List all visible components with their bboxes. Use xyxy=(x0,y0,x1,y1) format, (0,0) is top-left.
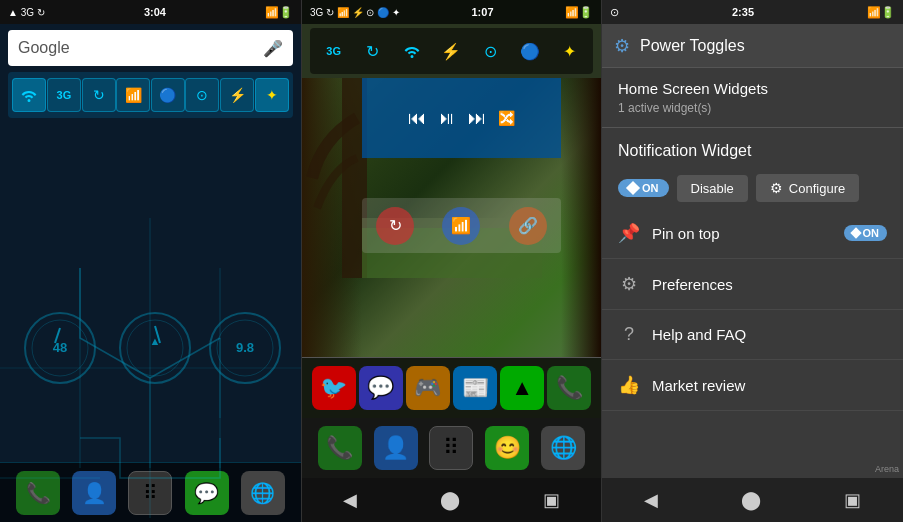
toggle2-3g[interactable]: 3G xyxy=(317,34,351,68)
widget-toggles-row-2: 3G ↻ ⚡ ⊙ 🔵 ✦ xyxy=(310,28,593,74)
help-faq-row[interactable]: ? Help and FAQ xyxy=(602,310,903,360)
power-toggles-gear-icon: ⚙ xyxy=(614,35,630,57)
toggle-widget-sync[interactable]: ↻ xyxy=(376,207,414,245)
help-icon: ? xyxy=(618,324,640,345)
dock2-contacts[interactable]: 👤 xyxy=(374,426,418,470)
photo-background: ⏮ ⏯ ⏭ 🔀 ↻ 📶 🔗 xyxy=(302,78,601,357)
help-faq-label: Help and FAQ xyxy=(652,326,746,343)
nav-home-3[interactable]: ⬤ xyxy=(741,489,761,511)
status-left-2: 3G ↻ 📶 ⚡ ⊙ 🔵 ✦ xyxy=(310,7,400,18)
nav-bar-3: ◀ ⬤ ▣ xyxy=(602,478,903,522)
google-search-bar[interactable]: Google 🎤 xyxy=(8,30,293,66)
dock-messages[interactable]: 💬 xyxy=(185,471,229,515)
preferences-row[interactable]: ⚙ Preferences xyxy=(602,259,903,310)
pin-on-top-label: Pin on top xyxy=(652,225,720,242)
time-2: 1:07 xyxy=(471,6,493,18)
widget-toggles-row-1: 3G ↻ 📶 🔵 ⊙ ⚡ ✦ xyxy=(8,72,293,118)
toggle-widget-bt[interactable]: 🔗 xyxy=(509,207,547,245)
pin-on-top-row[interactable]: 📌 Pin on top ON xyxy=(602,208,903,259)
app-sms[interactable]: 💬 xyxy=(359,366,403,410)
dock-phone[interactable]: 📞 xyxy=(16,471,60,515)
toggle-3g[interactable]: 3G xyxy=(47,78,81,112)
dock-2: 📞 👤 ⠿ 😊 🌐 xyxy=(302,418,601,478)
toggle2-wifi[interactable] xyxy=(395,34,429,68)
media-player-widget[interactable]: ⏮ ⏯ ⏭ 🔀 xyxy=(362,78,561,158)
dock2-apps[interactable]: ⠿ xyxy=(429,426,473,470)
app-angry-birds[interactable]: 🐦 xyxy=(312,366,356,410)
dock2-phone[interactable]: 📞 xyxy=(318,426,362,470)
mic-icon[interactable]: 🎤 xyxy=(263,39,283,58)
time-3: 2:35 xyxy=(732,6,754,18)
settings-content: Home Screen Widgets 1 active widget(s) N… xyxy=(602,68,903,478)
app-news[interactable]: 📰 xyxy=(453,366,497,410)
nav-back-3[interactable]: ◀ xyxy=(644,489,658,511)
preferences-label: Preferences xyxy=(652,276,733,293)
toggle-diamond xyxy=(626,181,640,195)
toggle-signal[interactable]: 📶 xyxy=(116,78,150,112)
status-bar-2: 3G ↻ 📶 ⚡ ⊙ 🔵 ✦ 1:07 📶🔋 xyxy=(302,0,601,24)
dock2-browser[interactable]: 🌐 xyxy=(541,426,585,470)
panel-homescreen: ▲ 3G ↻ 3:04 📶🔋 Google 🎤 3G ↻ 📶 🔵 ⊙ ⚡ ✦ xyxy=(0,0,301,522)
media-play-pause[interactable]: ⏯ xyxy=(438,108,456,129)
nav-recents-3[interactable]: ▣ xyxy=(844,489,861,511)
app-drive[interactable]: ▲ xyxy=(500,366,544,410)
dock-apps[interactable]: ⠿ xyxy=(128,471,172,515)
dock2-messages[interactable]: 😊 xyxy=(485,426,529,470)
media-forward[interactable]: ⏭ xyxy=(468,108,486,129)
tree-right-deco xyxy=(561,78,601,357)
google-logo: Google xyxy=(18,39,70,57)
market-review-row[interactable]: 👍 Market review xyxy=(602,360,903,411)
market-review-label: Market review xyxy=(652,377,745,394)
configure-button[interactable]: ⚙ Configure xyxy=(756,174,859,202)
market-icon: 👍 xyxy=(618,374,640,396)
preferences-gear-icon: ⚙ xyxy=(618,273,640,295)
home-screen-section-sub: 1 active widget(s) xyxy=(602,101,903,123)
toggle2-sync[interactable]: ↻ xyxy=(356,34,390,68)
media-shuffle[interactable]: 🔀 xyxy=(498,110,515,126)
app-phone[interactable]: 📞 xyxy=(547,366,591,410)
toggle2-flash[interactable]: ⚡ xyxy=(434,34,468,68)
app-game[interactable]: 🎮 xyxy=(406,366,450,410)
disable-button[interactable]: Disable xyxy=(677,175,748,202)
toggle-bluetooth[interactable]: 🔵 xyxy=(151,78,185,112)
disable-label: Disable xyxy=(691,181,734,196)
svg-text:48: 48 xyxy=(53,340,67,355)
toggle-widget-overlay[interactable]: ↻ 📶 🔗 xyxy=(362,198,561,253)
nav-home-2[interactable]: ⬤ xyxy=(440,489,460,511)
media-rewind[interactable]: ⏮ xyxy=(408,108,426,129)
status-right-2: 📶🔋 xyxy=(565,6,593,19)
svg-point-5 xyxy=(32,320,88,376)
notification-widget-toggle-on[interactable]: ON xyxy=(618,179,669,197)
status-left-1: ▲ 3G ↻ xyxy=(8,7,45,18)
pin-on-top-toggle[interactable]: ON xyxy=(844,225,888,241)
tree-left-deco xyxy=(302,78,362,357)
toggle-on-label: ON xyxy=(642,182,659,194)
pin-on-top-toggle-label: ON xyxy=(863,227,880,239)
dock-browser[interactable]: 🌐 xyxy=(241,471,285,515)
dock-contacts[interactable]: 👤 xyxy=(72,471,116,515)
media-controls: ⏮ ⏯ ⏭ 🔀 xyxy=(362,108,561,129)
toggle2-brightness[interactable]: ✦ xyxy=(552,34,586,68)
panel-widgets: 3G ↻ 📶 ⚡ ⊙ 🔵 ✦ 1:07 📶🔋 3G ↻ ⚡ ⊙ 🔵 ✦ xyxy=(301,0,602,522)
svg-point-6 xyxy=(120,313,190,383)
nav-back-2[interactable]: ◀ xyxy=(343,489,357,511)
toggle-flash[interactable]: ⚡ xyxy=(220,78,254,112)
svg-line-11 xyxy=(55,328,60,343)
widget-actions-row: ON Disable ⚙ Configure xyxy=(602,168,903,208)
nav-recents-2[interactable]: ▣ xyxy=(543,489,560,511)
toggle-diamond-small xyxy=(850,227,861,238)
apps-row-2: 🐦 💬 🎮 📰 ▲ 📞 xyxy=(302,358,601,418)
configure-label: Configure xyxy=(789,181,845,196)
svg-line-13 xyxy=(155,326,160,343)
toggle2-location[interactable]: ⊙ xyxy=(474,34,508,68)
toggle2-bluetooth[interactable]: 🔵 xyxy=(513,34,547,68)
status-right-3: 📶🔋 xyxy=(867,6,895,19)
app-title: Power Toggles xyxy=(640,37,745,55)
toggle-location[interactable]: ⊙ xyxy=(185,78,219,112)
toggle-wifi[interactable] xyxy=(12,78,46,112)
status-right-1: 📶🔋 xyxy=(265,6,293,19)
toggle-brightness[interactable]: ✦ xyxy=(255,78,289,112)
toggle-widget-signal[interactable]: 📶 xyxy=(442,207,480,245)
status-bar-1: ▲ 3G ↻ 3:04 📶🔋 xyxy=(0,0,301,24)
toggle-sync[interactable]: ↻ xyxy=(82,78,116,112)
